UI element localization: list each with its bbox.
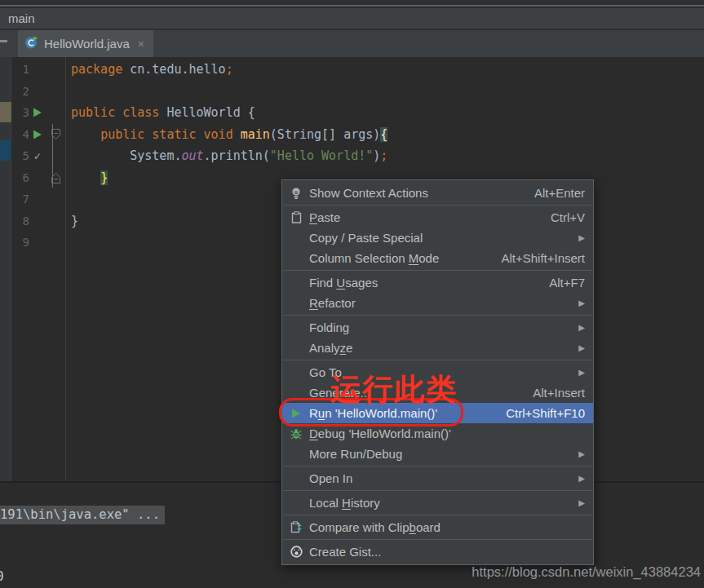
watermark-url: https://blog.csdn.net/weixin_43884234 xyxy=(472,564,701,580)
menu-separator xyxy=(283,466,592,466)
code-text: public static void main(String[] args){ xyxy=(65,127,387,142)
menu-separator xyxy=(283,270,592,271)
menu-item-label: Folding xyxy=(309,321,349,334)
menu-item-debug-helloworld-main[interactable]: Debug 'HelloWorld.main()' xyxy=(282,423,593,444)
menu-separator xyxy=(283,360,592,360)
menu-item-create-gist[interactable]: Create Gist... xyxy=(282,542,593,562)
menu-item-label: Analyze xyxy=(309,341,352,355)
code-text: } xyxy=(65,170,108,185)
code-text: package cn.tedu.hello; xyxy=(65,62,233,77)
code-line-3[interactable]: 3public class HelloWorld { xyxy=(11,102,704,124)
run-icon xyxy=(287,409,305,418)
run-gutter-icon[interactable] xyxy=(29,130,46,139)
code-line-1[interactable]: 1package cn.tedu.hello; xyxy=(11,59,704,81)
menu-item-copy-paste-special[interactable]: Copy / Paste Special▶ xyxy=(282,228,593,248)
menu-item-column-selection-mode[interactable]: Column Selection ModeAlt+Shift+Insert xyxy=(282,248,593,268)
bug-icon xyxy=(287,428,305,440)
code-text: } xyxy=(65,214,78,228)
menu-item-find-usages[interactable]: Find UsagesAlt+F7 xyxy=(282,272,593,293)
clipboard-icon xyxy=(287,211,305,223)
menu-item-label: Debug 'HelloWorld.main()' xyxy=(309,427,451,440)
menu-item-label: Paste xyxy=(309,210,340,224)
menu-item-paste[interactable]: PasteCtrl+V xyxy=(282,207,593,228)
check-gutter-icon: ✓ xyxy=(29,149,46,162)
line-number: 2 xyxy=(11,85,29,98)
submenu-arrow-icon: ▶ xyxy=(569,343,585,352)
gutter-separator xyxy=(65,57,66,481)
menu-item-label: Create Gist... xyxy=(309,545,381,559)
code-line-2[interactable]: 2 xyxy=(11,81,704,103)
strip-mark-tan xyxy=(0,102,11,122)
tab-close-icon[interactable]: × xyxy=(138,38,144,51)
submenu-arrow-icon: ▶ xyxy=(569,368,585,377)
compare-icon xyxy=(287,521,305,533)
menu-item-folding[interactable]: Folding▶ xyxy=(282,317,593,338)
fold-marker-icon[interactable] xyxy=(46,128,65,141)
panel-stub-dash xyxy=(0,40,7,42)
menu-item-analyze[interactable]: Analyze▶ xyxy=(282,338,593,358)
menu-item-label: Show Context Actions xyxy=(309,186,428,200)
line-number: 4 xyxy=(11,128,29,141)
menu-item-label: Copy / Paste Special xyxy=(309,231,423,245)
tab-title: HelloWorld.java xyxy=(44,37,130,51)
menu-item-refactor[interactable]: Refactor▶ xyxy=(282,293,593,313)
line-number: 7 xyxy=(11,192,29,206)
menu-item-shortcut: Ctrl+Shift+F10 xyxy=(496,406,585,420)
menu-item-shortcut: Alt+F7 xyxy=(539,276,585,290)
menu-item-open-in[interactable]: Open In▶ xyxy=(282,468,593,489)
menu-item-label: Open In xyxy=(309,471,352,485)
menu-item-shortcut: Alt+Enter xyxy=(525,186,585,200)
menu-item-label: More Run/Debug xyxy=(309,447,402,461)
menu-separator xyxy=(283,205,592,206)
menu-separator xyxy=(283,315,592,316)
submenu-arrow-icon: ▶ xyxy=(569,298,585,307)
breadcrumb-bar: main xyxy=(0,8,704,29)
menu-item-shortcut: Ctrl+V xyxy=(541,210,585,224)
fold-range-guide xyxy=(52,124,53,188)
line-number: 3 xyxy=(11,106,29,119)
menu-item-shortcut: Alt+Insert xyxy=(523,386,585,400)
lightbulb-icon xyxy=(287,187,305,200)
console-partial-char: 0 xyxy=(0,568,4,584)
menu-item-show-context-actions[interactable]: Show Context ActionsAlt+Enter xyxy=(282,183,593,203)
annotation-text: 运行此类 xyxy=(330,369,458,410)
line-number: 5 xyxy=(11,149,29,162)
menu-item-label: Local History xyxy=(309,496,380,510)
menu-item-label: Column Selection Mode xyxy=(309,251,439,265)
menu-item-label: Refactor xyxy=(309,296,356,310)
tab-helloworld-java[interactable]: HelloWorld.java × xyxy=(18,30,153,57)
line-number: 8 xyxy=(11,214,29,228)
line-number: 6 xyxy=(11,171,29,184)
menu-item-compare-with-clipboard[interactable]: Compare with Clipboard xyxy=(282,517,593,537)
run-gutter-icon[interactable] xyxy=(29,108,46,117)
breadcrumb[interactable]: main xyxy=(8,11,35,25)
console-output: 191\bin\java.exe" ... xyxy=(0,506,165,524)
line-number: 1 xyxy=(11,63,29,76)
menu-separator xyxy=(283,515,592,515)
fold-marker-icon[interactable] xyxy=(46,171,65,184)
line-number: 9 xyxy=(11,236,29,249)
code-text: System.out.println("Hello World!"); xyxy=(65,148,387,163)
code-text: public class HelloWorld { xyxy=(65,105,255,120)
submenu-arrow-icon: ▶ xyxy=(569,323,585,332)
menu-separator xyxy=(283,539,592,540)
menu-item-label: Find Usages xyxy=(309,276,378,290)
submenu-arrow-icon: ▶ xyxy=(569,474,585,483)
java-class-icon xyxy=(24,36,38,51)
menu-item-local-history[interactable]: Local History▶ xyxy=(282,493,593,513)
code-line-5[interactable]: 5✓ System.out.println("Hello World!"); xyxy=(11,145,704,167)
menu-separator xyxy=(283,490,592,491)
left-panel-strip xyxy=(0,57,11,481)
menu-item-shortcut: Alt+Shift+Insert xyxy=(491,251,585,265)
menu-item-more-run-debug[interactable]: More Run/Debug▶ xyxy=(282,444,593,464)
strip-mark-blue xyxy=(0,140,11,161)
code-line-4[interactable]: 4 public static void main(String[] args)… xyxy=(11,124,704,146)
submenu-arrow-icon: ▶ xyxy=(569,498,585,507)
menu-item-label: Compare with Clipboard xyxy=(309,520,441,534)
submenu-arrow-icon: ▶ xyxy=(569,233,585,242)
submenu-arrow-icon: ▶ xyxy=(569,449,585,458)
window-top-strip xyxy=(0,0,704,7)
github-icon xyxy=(287,546,305,558)
